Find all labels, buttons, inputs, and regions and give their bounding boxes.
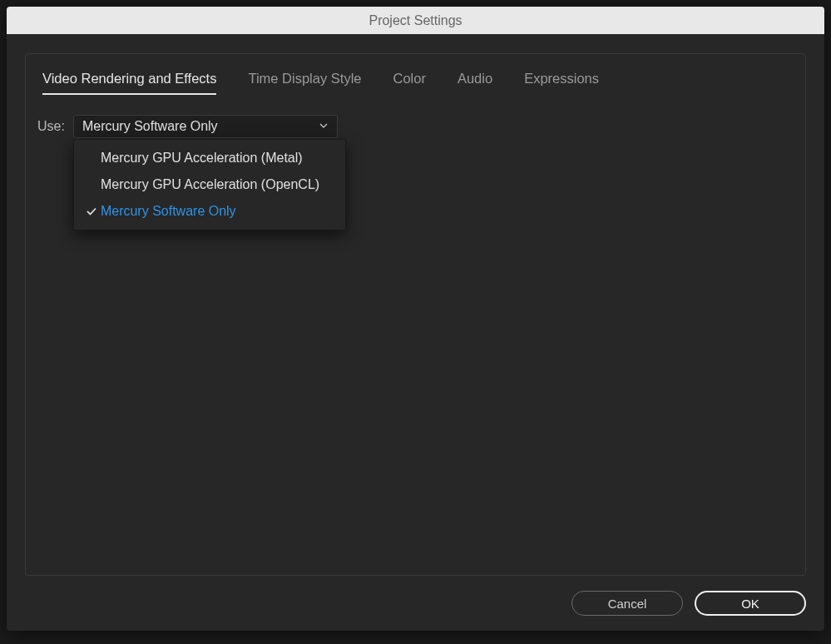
tab-bar: Video Rendering and Effects Time Display… — [26, 54, 805, 95]
menu-item-metal[interactable]: Mercury GPU Acceleration (Metal) — [74, 145, 345, 171]
select-value: Mercury Software Only — [82, 119, 319, 134]
tab-body: Use: Mercury Software Only Mercury GPU A… — [26, 95, 805, 158]
renderer-select[interactable]: Mercury Software Only Mercury GPU Accele… — [73, 115, 338, 138]
chevron-down-icon — [319, 119, 329, 134]
menu-item-label: Mercury GPU Acceleration (Metal) — [101, 151, 337, 166]
menu-item-software[interactable]: Mercury Software Only — [74, 198, 345, 225]
content-panel: Video Rendering and Effects Time Display… — [25, 53, 806, 576]
use-label: Use: — [37, 119, 65, 134]
renderer-dropdown: Mercury GPU Acceleration (Metal) Mercury… — [73, 139, 346, 230]
tab-audio[interactable]: Audio — [458, 71, 492, 95]
use-row: Use: Mercury Software Only Mercury GPU A… — [37, 115, 794, 138]
project-settings-dialog: Project Settings Video Rendering and Eff… — [7, 7, 824, 631]
menu-item-label: Mercury GPU Acceleration (OpenCL) — [101, 177, 337, 192]
ok-button[interactable]: OK — [695, 591, 806, 616]
titlebar: Project Settings — [7, 7, 824, 34]
tab-video-rendering[interactable]: Video Rendering and Effects — [42, 71, 216, 95]
menu-item-label: Mercury Software Only — [101, 204, 337, 219]
dialog-footer: Cancel OK — [7, 591, 824, 631]
tab-color[interactable]: Color — [393, 71, 425, 95]
cancel-button[interactable]: Cancel — [571, 591, 683, 616]
menu-item-opencl[interactable]: Mercury GPU Acceleration (OpenCL) — [74, 171, 345, 198]
dialog-title: Project Settings — [369, 13, 462, 28]
check-icon — [82, 206, 101, 217]
tab-expressions[interactable]: Expressions — [524, 71, 599, 95]
tab-time-display[interactable]: Time Display Style — [248, 71, 361, 95]
